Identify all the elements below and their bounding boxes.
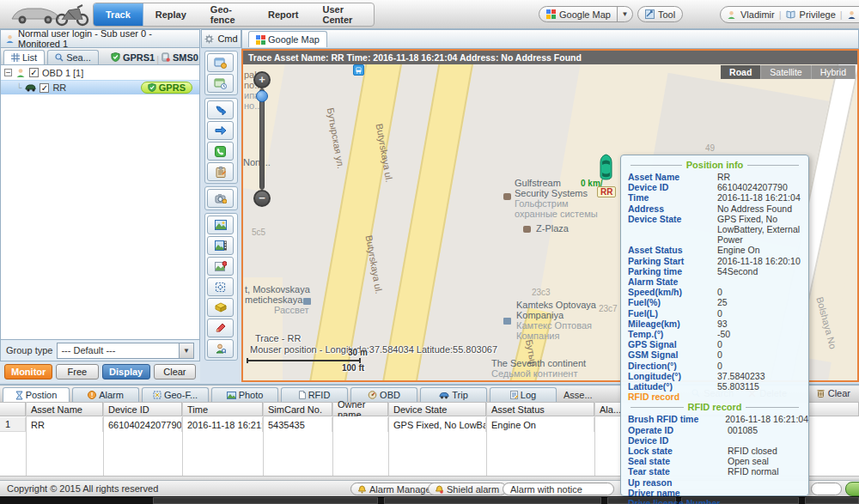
tab-replay[interactable]: Replay (143, 3, 198, 26)
cmd-camera-timer-button[interactable] (207, 189, 234, 208)
taskbar-item[interactable] (153, 497, 378, 504)
drive-license-value (750, 498, 808, 504)
cmd-pen-button[interactable] (207, 319, 234, 337)
device-state-cell: GPS Fixed, No LowBattery, (388, 417, 486, 432)
taskbar-item[interactable] (384, 497, 601, 504)
monitor-button[interactable]: Monitor (4, 364, 52, 380)
cmd-group-2 (204, 98, 238, 184)
tab-search-label: Sea... (66, 52, 91, 63)
sidebar-header-title: Normal user login - Sub user 0 - Monitor… (18, 28, 195, 49)
tab-geo-fence[interactable]: Geo-F... (142, 387, 209, 402)
shield-alarm-button[interactable]: Shield alarm (428, 483, 507, 495)
checkbox-checked[interactable]: ✓ (40, 83, 49, 93)
clear-table-button[interactable]: Clear (817, 388, 850, 398)
bus-stop-icon[interactable] (353, 64, 364, 76)
briefcase-icon[interactable] (303, 298, 311, 305)
column-header-owner[interactable]: Owner name (332, 402, 388, 416)
column-header-device-state[interactable]: Device State (388, 402, 486, 416)
map-tab-google[interactable]: Google Map (248, 31, 327, 47)
column-header-asset-status[interactable]: Asset Status (486, 402, 594, 416)
alarm-with-notice-button[interactable]: Alarm with notice (503, 483, 614, 495)
map-type-road[interactable]: Road (721, 65, 761, 79)
vehicle-marker[interactable] (598, 154, 614, 181)
column-header-index[interactable] (0, 402, 26, 416)
tool-button[interactable]: Tool (637, 6, 683, 22)
column-header-simcard[interactable]: SimCard No. (263, 402, 332, 416)
map-type-hybrid[interactable]: Hybrid (812, 65, 856, 79)
list-grid-icon (11, 53, 20, 62)
cmd-send-button[interactable] (207, 100, 234, 119)
alarm-manage-button[interactable]: Alarm Manage (350, 483, 439, 495)
privilege-link[interactable]: Privilege (800, 9, 836, 20)
zoom-track[interactable] (259, 88, 265, 190)
gprs-status[interactable]: GPRS1 (111, 50, 155, 64)
zoom-slider-handle[interactable] (256, 90, 268, 102)
tab-search[interactable]: Sea... (47, 50, 99, 64)
tree-root-label: OBD 1 [1] (42, 68, 83, 78)
tab-track[interactable]: Track (94, 3, 143, 26)
column-header-device-id[interactable]: Device ID (103, 402, 182, 416)
poi-zplaza[interactable]: Z-Plaza (536, 223, 569, 234)
account-user-link[interactable]: Vladimir (740, 9, 775, 20)
row-index-cell: 1 (0, 417, 26, 432)
tab-geo-fence[interactable]: Geo-fence (198, 3, 256, 26)
column-header-time[interactable]: Time (182, 402, 263, 416)
poi-seventh-continent[interactable]: The Seventh continentСедьмой континент (491, 358, 586, 379)
cmd-window-clock-button[interactable] (207, 74, 234, 93)
tree-node-root[interactable]: – ✓ OBD 1 [1] (1, 65, 199, 80)
checkbox-checked[interactable]: ✓ (29, 68, 39, 77)
cmd-clipboard-button[interactable] (207, 162, 234, 181)
marker-name-label[interactable]: RR (597, 186, 616, 197)
tab-user-center[interactable]: User Center (311, 3, 374, 26)
app-window: Track Replay Geo-fence Report User Cente… (0, 0, 859, 504)
collapse-icon[interactable]: – (4, 69, 12, 76)
cmd-window-gear-button[interactable] (207, 53, 234, 72)
clear-button[interactable]: Clear (154, 364, 196, 380)
cmd-photo-pin-button[interactable] (207, 257, 234, 276)
search-icon (55, 53, 64, 62)
cmd-call-button[interactable] (207, 142, 234, 161)
tab-position[interactable]: Postion (3, 387, 70, 402)
gps-signal-value: 0 (717, 339, 808, 349)
trace-label: Trace - RR (255, 333, 301, 343)
tab-log[interactable]: Log (490, 387, 557, 402)
cmd-image-film-button[interactable] (207, 236, 234, 255)
tab-alarm[interactable]: Alarm (72, 387, 139, 402)
map-provider-select[interactable]: Google Map ▼ (539, 6, 633, 22)
cmd-forward-button[interactable] (207, 121, 234, 140)
column-header-asset-name[interactable]: Asset Name (26, 402, 103, 416)
poi-kamteks[interactable]: Kamteks OptovayaKompaniya Камтекс Оптова… (516, 300, 596, 341)
zoom-in-button[interactable]: + (253, 71, 271, 88)
briefcase-icon[interactable] (503, 318, 511, 325)
cmd-image-button[interactable] (207, 216, 234, 234)
fuel-liters-value: 0 (717, 308, 808, 319)
cmd-cube-button[interactable] (207, 298, 234, 317)
poi-marker-icon[interactable] (503, 193, 511, 200)
tear-state-value: RFID normal (728, 466, 808, 477)
tab-photo[interactable]: Photo (211, 387, 278, 402)
vehicle-icon (25, 83, 36, 92)
sms-status[interactable]: SMS0 (161, 50, 198, 64)
taskbar-item[interactable] (805, 497, 859, 504)
free-button[interactable]: Free (56, 364, 98, 380)
chevron-down-icon[interactable]: ▼ (617, 7, 632, 21)
map-type-satellite[interactable]: Satellite (761, 65, 811, 79)
footer-green-button-fragment[interactable] (845, 482, 859, 496)
cmd-group-1 (204, 51, 238, 95)
chevron-down-icon[interactable]: ▼ (179, 343, 193, 358)
poi-moskovskaya[interactable]: t, Moskovskayameticheskaya... Рассвет (245, 284, 310, 315)
zoom-out-button[interactable]: − (253, 190, 271, 207)
display-button[interactable]: Display (102, 364, 150, 380)
scale-metric-label: 30 m (348, 348, 368, 357)
tab-position-label: Postion (26, 390, 58, 400)
tab-trip[interactable]: Trip (420, 387, 487, 402)
tab-report[interactable]: Report (256, 3, 310, 26)
rfid-record-link[interactable]: RFID record (621, 392, 717, 402)
group-type-select[interactable]: --- Default --- ▼ (57, 343, 194, 359)
tree-node-asset[interactable]: └ ✓ RR GPRS (1, 80, 199, 94)
cmd-person-button[interactable] (207, 339, 234, 358)
tab-list[interactable]: List (3, 50, 45, 64)
footer-pill-fragment[interactable] (811, 483, 842, 495)
poi-marker-icon[interactable] (523, 226, 531, 233)
cmd-selection-move-button[interactable] (207, 277, 234, 296)
